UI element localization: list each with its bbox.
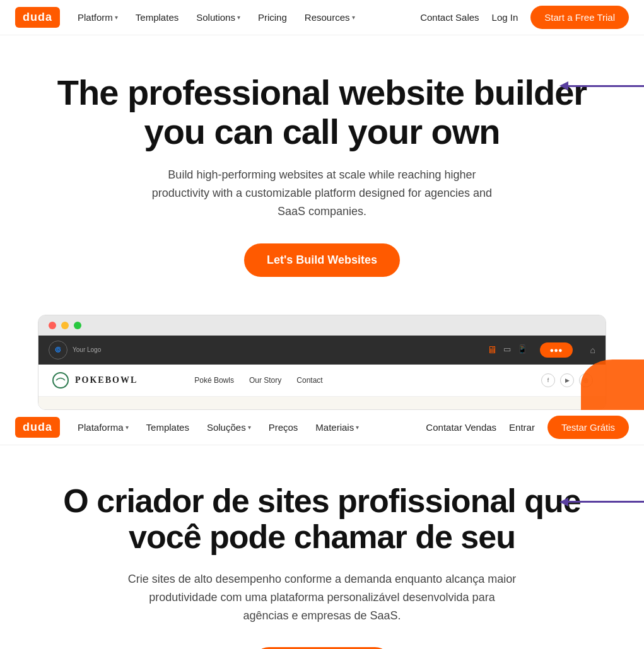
bowl-icon <box>51 371 70 390</box>
dot-red <box>49 322 56 329</box>
browser-mockup-1: 🌀 Your Logo 🖥 ▭ 📱 ●●● ⌂ <box>0 315 644 410</box>
logo[interactable]: duda <box>15 7 60 28</box>
browser-frame: 🌀 Your Logo 🖥 ▭ 📱 ●●● ⌂ <box>38 315 606 410</box>
hero-subtitle: Build high-performing websites at scale … <box>146 166 499 220</box>
mock-link-bowls: Poké Bowls <box>194 376 234 385</box>
hero-title: The professional website builder you can… <box>50 73 594 151</box>
mock-brand-name: POKEBOWL <box>75 375 138 385</box>
mock-editor-toolbar: 🌀 Your Logo 🖥 ▭ 📱 ●●● ⌂ <box>38 336 606 365</box>
dot-green <box>74 322 81 329</box>
hero2-subtitle: Crie sites de alto desempenho conforme a… <box>127 570 518 624</box>
nav-left: duda Platform ▾ Templates Solutions ▾ Pr… <box>15 7 355 28</box>
lang-logo[interactable]: duda <box>15 417 60 438</box>
mock-content-area <box>38 397 606 409</box>
mock-logo-label: Your Logo <box>73 346 101 353</box>
lang-item-solucoes[interactable]: Soluções ▾ <box>207 422 251 433</box>
lang-nav-right: Contatar Vendas Entrar Testar Grátis <box>426 416 629 439</box>
hero2-title: O criador de sites profissional que você… <box>50 483 594 555</box>
nav-item-platform[interactable]: Platform ▾ <box>78 12 118 23</box>
mock-site-nav: POKEBOWL Poké Bowls Our Story Contact f … <box>38 365 606 397</box>
home-icon: ⌂ <box>590 345 595 355</box>
lang-logo-text: duda <box>15 417 60 438</box>
svg-point-0 <box>53 373 68 388</box>
mock-logo-area: 🌀 Your Logo <box>49 341 101 360</box>
nav-item-pricing[interactable]: Pricing <box>258 12 287 23</box>
mock-logo-icon: 🌀 <box>49 341 67 360</box>
lang-navigation: duda Plataforma ▾ Templates Soluções ▾ P… <box>0 410 644 445</box>
arrow-line-2 <box>568 501 644 503</box>
arrow-decoration-2 <box>559 498 644 506</box>
contatar-link[interactable]: Contatar Vendas <box>426 422 496 433</box>
mock-site-logo: POKEBOWL <box>51 371 138 390</box>
hero-cta-button[interactable]: Let's Build Websites <box>244 243 400 277</box>
lang-item-materiais[interactable]: Materiais ▾ <box>315 422 359 433</box>
testar-gratis-button[interactable]: Testar Grátis <box>547 416 629 439</box>
browser-content: 🌀 Your Logo 🖥 ▭ 📱 ●●● ⌂ <box>38 336 606 409</box>
lang-item-precos[interactable]: Preços <box>269 422 298 433</box>
nav-right: Contact Sales Log In Start a Free Trial <box>420 6 629 29</box>
lang-nav-left: duda Plataforma ▾ Templates Soluções ▾ P… <box>15 417 359 438</box>
chevron-icon: ▾ <box>248 424 251 431</box>
hero-section: The professional website builder you can… <box>0 35 644 315</box>
contact-sales-link[interactable]: Contact Sales <box>420 12 479 23</box>
lang-item-plataforma[interactable]: Plataforma ▾ <box>78 422 129 433</box>
youtube-icon: ▶ <box>560 373 574 387</box>
nav-item-templates[interactable]: Templates <box>136 12 179 23</box>
mock-link-contact: Contact <box>296 376 322 385</box>
arrow-line <box>568 85 644 87</box>
nav-item-solutions[interactable]: Solutions ▾ <box>196 12 240 23</box>
login-link[interactable]: Log In <box>492 12 518 23</box>
dot-yellow <box>61 322 69 329</box>
lang-item-templates[interactable]: Templates <box>146 422 189 433</box>
arrow-decoration <box>559 81 644 90</box>
chevron-icon: ▾ <box>356 424 359 431</box>
chevron-icon: ▾ <box>115 14 118 21</box>
arrow-head-icon <box>559 81 568 90</box>
arrow-head-icon-2 <box>559 498 568 506</box>
tablet-icon: ▭ <box>503 344 511 356</box>
chevron-icon: ▾ <box>237 14 240 21</box>
browser-bar <box>38 315 606 336</box>
start-trial-button[interactable]: Start a Free Trial <box>530 6 629 29</box>
logo-text: duda <box>15 7 60 28</box>
nav-item-resources[interactable]: Resources ▾ <box>305 12 355 23</box>
mobile-icon: 📱 <box>517 344 527 356</box>
top-navigation: duda Platform ▾ Templates Solutions ▾ Pr… <box>0 0 644 35</box>
chevron-icon: ▾ <box>126 424 129 431</box>
entrar-link[interactable]: Entrar <box>509 422 535 433</box>
orange-decoration <box>581 360 644 410</box>
mock-device-icons: 🖥 ▭ 📱 <box>487 344 527 356</box>
chevron-icon: ▾ <box>352 14 355 21</box>
facebook-icon: f <box>541 373 555 387</box>
mock-publish-btn: ●●● <box>540 342 573 358</box>
mock-link-story: Our Story <box>249 376 281 385</box>
hero-section-2: O criador de sites profissional que você… <box>0 445 644 649</box>
mock-site-links: Poké Bowls Our Story Contact <box>194 376 322 385</box>
desktop-icon: 🖥 <box>487 344 497 356</box>
